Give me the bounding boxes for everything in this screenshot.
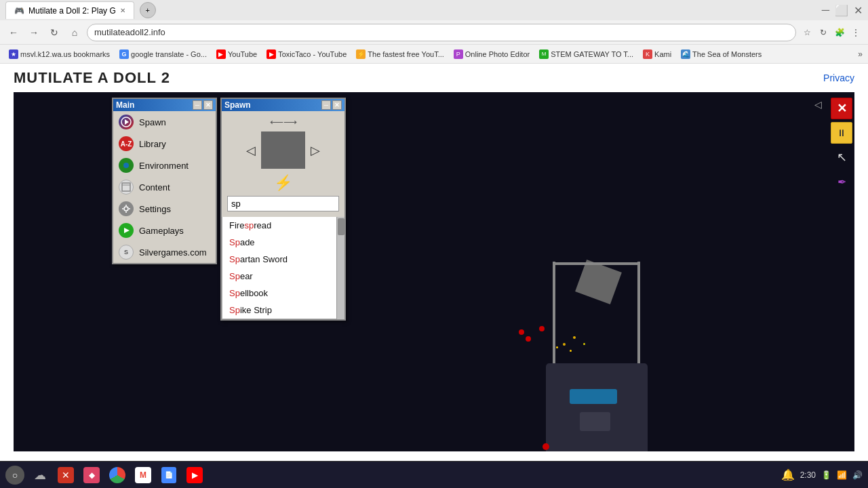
silvergames-icon: S	[119, 245, 134, 260]
taskbar: ○ ☁ ✕ ◆ M 📄 ▶ 🔔 2:30 🔋 📶 🔊	[0, 461, 868, 488]
taskbar-youtube[interactable]: ▶	[184, 465, 205, 485]
svg-marker-1	[125, 119, 129, 125]
maximize-button[interactable]: ⬜	[835, 4, 848, 17]
spawn-panel-close[interactable]: ✕	[332, 100, 342, 110]
main-panel-title: Main	[116, 100, 134, 110]
home-button[interactable]: ⌂	[66, 24, 83, 41]
spawn-panel-title: Spawn	[224, 100, 251, 110]
menu-label-content: Content	[139, 182, 170, 192]
environment-icon	[119, 158, 134, 173]
star-icon[interactable]: ☆	[800, 26, 814, 39]
horiz-arrow-indicator: ⟵⟶	[270, 117, 297, 127]
refresh-icon[interactable]: ↻	[816, 26, 830, 39]
forward-button[interactable]: →	[26, 24, 42, 41]
blender-screen	[570, 389, 617, 404]
window-controls: ─ ⬜ ✕	[822, 4, 863, 17]
dropdown-item-spike-strip[interactable]: Spike Strip	[222, 302, 344, 319]
address-bar[interactable]: mutilateadoll2.info	[87, 24, 796, 41]
settings-icon[interactable]: ⋮	[849, 26, 863, 39]
taskbar-weather[interactable]: ☁	[30, 465, 50, 485]
main-panel-close[interactable]: ✕	[203, 100, 213, 110]
taskbar-docs[interactable]: 📄	[159, 465, 179, 485]
menu-item-settings[interactable]: Settings	[113, 198, 216, 220]
bookmark-5[interactable]: P Online Photo Editor	[450, 48, 533, 60]
toolbar-cursor-button[interactable]: ↖	[831, 146, 852, 168]
dropdown-item-spade[interactable]: Spade	[222, 234, 344, 251]
splatter-blender	[542, 443, 549, 450]
particle-3	[556, 346, 558, 348]
extension-icon[interactable]: 🧩	[833, 26, 846, 39]
splatter-4	[519, 329, 524, 335]
toolbar-item-button[interactable]: ✒	[831, 171, 852, 192]
taskbar-chrome[interactable]	[107, 465, 127, 485]
dropdown-item-spartan-sword[interactable]: Spartan Sword	[222, 251, 344, 268]
menu-item-silvergames[interactable]: S Silvergames.com	[113, 241, 216, 263]
more-bookmarks[interactable]: »	[858, 49, 863, 59]
content-icon	[119, 180, 134, 195]
particle-5	[583, 343, 585, 345]
preview-row: ◁ ▷	[227, 131, 339, 169]
tab-close-button[interactable]: ✕	[120, 7, 125, 14]
main-menu-panel: Main ─ ✕ Spawn A-Z Library	[112, 98, 217, 264]
menu-item-gameplays[interactable]: Gameplays	[113, 220, 216, 241]
container-wall-left	[553, 262, 555, 363]
spawn-panel-titlebar[interactable]: Spawn ─ ✕	[222, 99, 344, 111]
bookmark-6[interactable]: M STEM GATEWAY TO T...	[536, 48, 637, 60]
bookmarks-bar: ★ msvl.k12.wa.us bookmarks G google tran…	[0, 45, 868, 64]
browser-tab[interactable]: 🎮 Mutilate a Doll 2: Play G ✕	[5, 1, 134, 19]
bookmark-7[interactable]: K Kami	[639, 48, 675, 60]
close-button[interactable]: ✕	[854, 4, 863, 17]
toolbar-close-button[interactable]: ✕	[831, 98, 852, 119]
speaker-icon: 🔊	[852, 470, 863, 480]
menu-item-library[interactable]: A-Z Library	[113, 133, 216, 155]
new-tab-button[interactable]: +	[140, 2, 156, 18]
spawn-panel-minimize[interactable]: ─	[321, 100, 331, 110]
page-header: MUTILATE A DOLL 2 Privacy	[0, 64, 868, 92]
privacy-link[interactable]: Privacy	[823, 73, 854, 83]
gameplays-icon	[119, 223, 134, 238]
next-item-button[interactable]: ▷	[311, 143, 320, 158]
dropdown-item-firespread[interactable]: Firespread	[222, 217, 344, 234]
list-scrollbar[interactable]	[336, 217, 344, 319]
back-button[interactable]: ←	[5, 24, 22, 41]
bookmark-3[interactable]: ▶ ToxicTaco - YouTube	[263, 48, 350, 60]
taskbar-x-app[interactable]: ✕	[56, 465, 76, 485]
spawn-panel-controls: ─ ✕	[321, 100, 342, 110]
dropdown-item-spellbook[interactable]: Spellbook	[222, 285, 344, 302]
main-panel-titlebar[interactable]: Main ─ ✕	[113, 99, 216, 111]
bookmark-0[interactable]: ★ msvl.k12.wa.us bookmarks	[5, 48, 113, 60]
main-panel-controls: ─ ✕	[193, 100, 213, 110]
notification-icon[interactable]: 🔔	[781, 468, 795, 481]
collapse-button[interactable]: ◁	[811, 98, 825, 111]
particle-4	[573, 336, 576, 339]
toolbar-pause-button[interactable]: ⏸	[831, 122, 852, 144]
particle-1	[563, 343, 566, 346]
minimize-button[interactable]: ─	[822, 4, 829, 16]
bookmark-1[interactable]: G google translate - Go...	[116, 48, 210, 60]
bookmark-2[interactable]: ▶ YouTube	[213, 48, 260, 60]
battery-icon: 🔋	[821, 470, 831, 480]
bookmark-8[interactable]: 🌊 The Sea of Monsters	[677, 48, 765, 60]
prev-item-button[interactable]: ◁	[246, 143, 256, 158]
menu-item-environment[interactable]: Environment	[113, 155, 216, 176]
scrollbar-thumb	[338, 218, 344, 235]
menu-item-spawn[interactable]: Spawn	[113, 111, 216, 133]
dropdown-item-spear[interactable]: Spear	[222, 268, 344, 285]
taskbar-start-button[interactable]: ○	[5, 466, 24, 485]
refresh-button[interactable]: ↻	[46, 24, 62, 41]
menu-label-environment: Environment	[139, 161, 189, 171]
particle-2	[570, 350, 572, 352]
z-indicator: ⚡	[227, 174, 339, 192]
bookmark-4[interactable]: ⚡ The fastest free YouT...	[353, 48, 448, 60]
game-area[interactable]: Main ─ ✕ Spawn A-Z Library	[14, 92, 854, 451]
tab-favicon: 🎮	[14, 6, 24, 16]
main-panel-minimize[interactable]: ─	[193, 100, 202, 110]
library-icon: A-Z	[119, 136, 134, 151]
taskbar-gmail[interactable]: M	[133, 465, 153, 485]
taskbar-photos[interactable]: ◆	[81, 465, 102, 485]
right-toolbar: ✕ ⏸ ↖ ✒	[831, 98, 852, 192]
menu-item-content[interactable]: Content	[113, 176, 216, 198]
spawn-search-input[interactable]	[227, 196, 339, 211]
settings-icon	[119, 201, 134, 216]
address-text: mutilateadoll2.info	[94, 27, 165, 37]
